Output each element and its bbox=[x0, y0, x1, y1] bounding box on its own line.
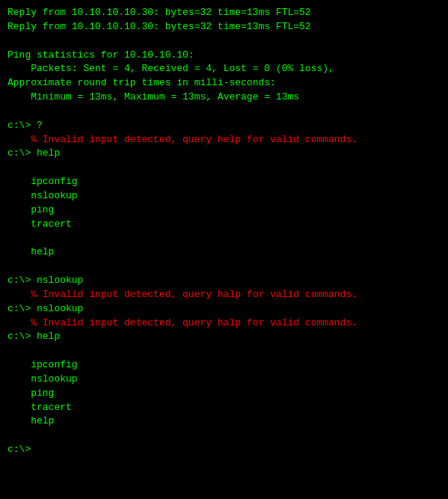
terminal-line: c:\> help bbox=[7, 330, 441, 344]
error-line: % Invalid input detected, query halp for… bbox=[7, 288, 441, 302]
terminal-line: Packets: Sent = 4, Received = 4, Lost = … bbox=[7, 62, 441, 76]
terminal-line: help bbox=[7, 414, 441, 429]
terminal-line: Reply from 10.10.10.10.30: bytes=32 time… bbox=[7, 20, 441, 34]
terminal-line: Reply from 10.10.10.10.30: bytes=32 time… bbox=[7, 6, 441, 20]
terminal-line: nslookup bbox=[7, 189, 441, 203]
blank-line bbox=[7, 105, 441, 119]
terminal-line: c:\> nslookup bbox=[7, 302, 441, 316]
terminal-line: ping bbox=[7, 203, 441, 218]
error-line: % Invalid input detected, query halp for… bbox=[7, 316, 441, 331]
blank-line bbox=[7, 232, 441, 246]
terminal-output: Reply from 10.10.10.10.30: bytes=32 time… bbox=[7, 6, 441, 457]
error-line: % Invalid input detected, query help for… bbox=[7, 133, 441, 147]
terminal-line: tracert bbox=[7, 218, 441, 232]
blank-line bbox=[7, 161, 441, 175]
blank-line bbox=[7, 344, 441, 358]
blank-line bbox=[7, 260, 441, 274]
terminal-line: ipconfig bbox=[7, 358, 441, 373]
blank-line bbox=[7, 34, 441, 49]
terminal-line: Approximate round trip times in milli-se… bbox=[7, 76, 441, 91]
terminal-line: nslookup bbox=[7, 373, 441, 387]
terminal-line: help bbox=[7, 245, 441, 260]
terminal-line: Minimum = 13ms, Maximum = 13ms, Average … bbox=[7, 91, 441, 105]
terminal-line: ipconfig bbox=[7, 175, 441, 189]
terminal-line: c:\> help bbox=[7, 147, 441, 161]
blank-line bbox=[7, 429, 441, 443]
terminal-line: Ping statistics for 10.10.10.10: bbox=[7, 49, 441, 63]
terminal-line: c:\> nslookup bbox=[7, 274, 441, 288]
terminal-line: tracert bbox=[7, 401, 441, 415]
terminal-line: ping bbox=[7, 387, 441, 401]
terminal-line: c:\> bbox=[7, 443, 441, 457]
terminal-line: c:\> ? bbox=[7, 119, 441, 133]
